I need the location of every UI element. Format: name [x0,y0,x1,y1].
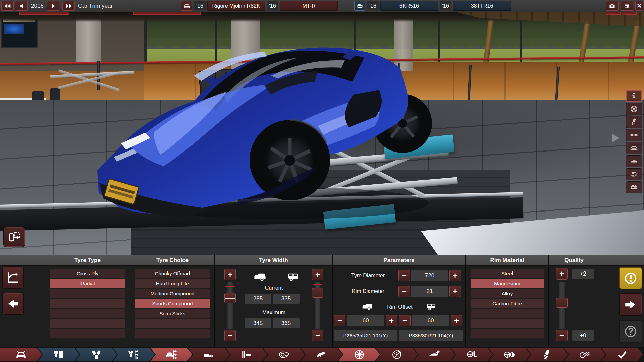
car-year-badge: '16 [194,1,206,10]
option-empty[interactable] [50,329,125,338]
tab-engine[interactable] [75,348,117,361]
option-radial[interactable]: Radial [50,279,125,288]
tab-wheels[interactable] [338,348,380,361]
double-right-arrow-icon [65,3,72,9]
interior-icon [466,349,478,360]
option-sports-compound[interactable]: Sports Compound [135,299,210,308]
export-screenshot-button[interactable] [3,227,25,247]
tab-trim-fixtures[interactable] [225,348,267,361]
option-medium-compound[interactable]: Medium Compound [135,289,210,298]
engine-variant-button[interactable]: 38TTR16 [453,1,511,11]
rear-width-increase-button[interactable]: + [312,269,323,280]
current-label: Current [215,285,333,291]
option-empty[interactable] [471,319,544,328]
front-offset-value: 60 [347,315,384,326]
warning-button[interactable] [619,267,642,289]
view-car-body-button[interactable] [626,155,642,167]
help-button[interactable] [619,320,642,343]
quality-slider-handle[interactable] [556,298,568,308]
option-hard-long-life[interactable]: Hard Long Life [135,279,210,288]
notes-button[interactable] [621,1,633,11]
option-steel[interactable]: Steel [471,269,544,278]
rear-offset-increase-button[interactable]: + [451,315,462,326]
trim-year-badge: '16 [267,1,278,10]
graphs-button[interactable] [2,266,24,289]
option-carbon-fibre[interactable]: Carbon Fibre [471,299,544,308]
next-button[interactable] [619,293,642,316]
maximum-label: Maximum [215,310,333,316]
tab-driver-assists[interactable] [488,348,530,361]
option-empty[interactable] [135,319,210,328]
front-axle-icon [251,270,269,284]
tyre-diameter-decrease-button[interactable]: − [398,270,410,281]
confirm-icon [616,349,628,360]
view-car-front-outline-button[interactable] [626,142,642,154]
tab-engine-variant[interactable] [113,348,155,361]
quality-header: Quality [549,255,599,266]
tab-car-variant[interactable] [150,348,192,361]
tab-drivetrain-gear[interactable] [301,348,342,361]
car-3d-model[interactable] [83,25,432,227]
tab-aero[interactable] [413,348,455,361]
quality-decrease-button[interactable]: − [556,330,568,341]
trim-name-button[interactable]: MT-R [280,1,338,11]
tab-headlights[interactable] [263,348,305,361]
view-engine-block-button[interactable] [626,181,642,193]
tab-suspension[interactable] [526,348,568,361]
car-model-icon-button[interactable] [181,1,192,11]
option-magnesium[interactable]: Magnesium [471,279,544,288]
back-button[interactable] [2,293,24,315]
engine-icon-button[interactable] [354,1,365,11]
tab-engine-family[interactable] [38,348,79,361]
tyre-diameter-increase-button[interactable]: + [449,270,461,281]
year-rewind-button[interactable] [1,1,14,11]
rear-width-decrease-button[interactable]: − [312,330,323,341]
front-width-decrease-button[interactable]: − [224,330,236,341]
tab-confirm[interactable] [601,348,643,361]
view-walker-button[interactable] [626,90,642,102]
front-width-slider-handle[interactable] [224,293,236,303]
car-model-button[interactable]: Rigore Mjölnir R82K [207,1,265,11]
option-alloy[interactable]: Alloy [471,289,544,298]
option-empty[interactable] [471,329,544,338]
close-button[interactable]: ✕ [635,1,643,11]
view-chassis-button[interactable] [626,129,642,141]
rear-offset-decrease-button[interactable]: − [399,315,411,326]
option-empty[interactable] [471,309,544,318]
tyre-choice-section: Tyre Choice Chunky OffroadHard Long Life… [130,255,214,347]
engine-family-button[interactable]: 6KR516 [380,1,438,11]
option-cross-ply[interactable]: Cross Ply [50,269,125,278]
play-arrow-icon[interactable] [612,133,619,143]
tab-car-front[interactable] [0,348,42,361]
option-empty[interactable] [135,329,210,338]
rim-diameter-decrease-button[interactable]: − [398,286,410,297]
view-wheel-button[interactable] [626,103,642,115]
tab-interior[interactable] [451,348,493,361]
view-suspension-button[interactable] [626,116,642,128]
front-width-value: 285 [245,294,271,304]
car-icon [183,3,190,9]
garage-3d-viewport[interactable] [0,12,644,255]
option-chunky-offroad[interactable]: Chunky Offroad [135,269,210,278]
rim-diameter-increase-button[interactable]: + [449,286,461,297]
tab-body-seats[interactable] [188,348,230,361]
tab-testing[interactable] [564,348,605,361]
tab-brakes[interactable] [376,348,418,361]
front-width-increase-button[interactable]: + [224,269,236,280]
rim-material-header: Rim Material [466,255,548,266]
year-forward-button[interactable] [62,1,75,11]
year-next-button[interactable] [47,1,59,11]
front-offset-decrease-button[interactable]: − [334,315,345,326]
option-empty[interactable] [50,299,125,308]
body-seats-icon [203,349,215,360]
graph-icon [6,270,20,285]
photo-mode-button[interactable] [606,1,619,11]
option-empty[interactable] [50,309,125,318]
option-empty[interactable] [50,319,125,328]
option-empty[interactable] [50,289,125,298]
view-headlight-button[interactable] [626,168,642,180]
quality-increase-button[interactable]: + [556,268,568,280]
front-offset-increase-button[interactable]: + [386,315,397,326]
option-semi-slicks[interactable]: Semi Slicks [135,309,210,318]
year-previous-button[interactable] [15,1,28,11]
